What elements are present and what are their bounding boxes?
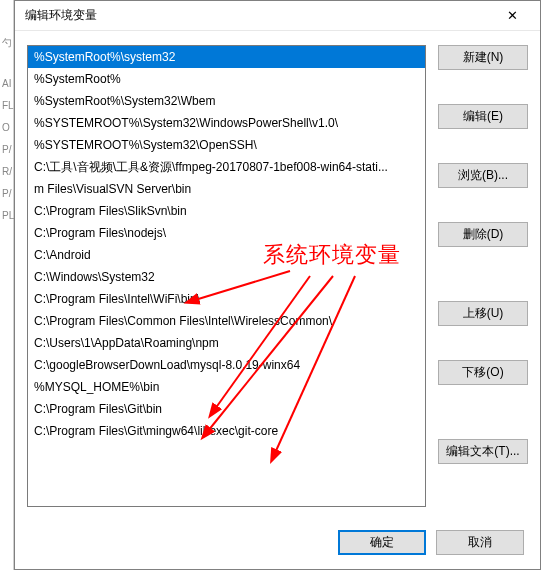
background-window-slice: 勺 AI FL O P/ R/ P/ PL <box>0 0 14 570</box>
delete-button[interactable]: 删除(D) <box>438 222 528 247</box>
path-listbox[interactable]: %SystemRoot%\system32%SystemRoot%%System… <box>27 45 426 507</box>
cancel-button[interactable]: 取消 <box>436 530 524 555</box>
list-item[interactable]: C:\工具\音视频\工具&资源\ffmpeg-20170807-1bef008-… <box>28 156 425 178</box>
edit-env-var-dialog: 编辑环境变量 ✕ %SystemRoot%\system32%SystemRoo… <box>14 0 541 570</box>
move-down-button[interactable]: 下移(O) <box>438 360 528 385</box>
list-item[interactable]: %SystemRoot%\System32\Wbem <box>28 90 425 112</box>
list-item[interactable]: C:\Program Files\nodejs\ <box>28 222 425 244</box>
list-item[interactable]: C:\Program Files\Git\bin <box>28 398 425 420</box>
browse-button[interactable]: 浏览(B)... <box>438 163 528 188</box>
list-item[interactable]: C:\Program Files\SlikSvn\bin <box>28 200 425 222</box>
side-button-column: 新建(N) 编辑(E) 浏览(B)... 删除(D) 上移(U) 下移(O) 编… <box>438 45 528 518</box>
list-item[interactable]: %MYSQL_HOME%\bin <box>28 376 425 398</box>
edit-button[interactable]: 编辑(E) <box>438 104 528 129</box>
list-item[interactable]: C:\Program Files\Common Files\Intel\Wire… <box>28 310 425 332</box>
list-item[interactable]: C:\Windows\System32 <box>28 266 425 288</box>
close-icon: ✕ <box>507 8 518 23</box>
new-button[interactable]: 新建(N) <box>438 45 528 70</box>
list-item[interactable]: C:\Android <box>28 244 425 266</box>
dialog-title: 编辑环境变量 <box>25 7 492 24</box>
list-item[interactable]: m Files\VisualSVN Server\bin <box>28 178 425 200</box>
list-item[interactable]: C:\Program Files\Intel\WiFi\bin\ <box>28 288 425 310</box>
list-item[interactable]: %SYSTEMROOT%\System32\OpenSSH\ <box>28 134 425 156</box>
list-item[interactable]: C:\googleBrowserDownLoad\mysql-8.0.19-wi… <box>28 354 425 376</box>
edit-text-button[interactable]: 编辑文本(T)... <box>438 439 528 464</box>
move-up-button[interactable]: 上移(U) <box>438 301 528 326</box>
list-item[interactable]: %SystemRoot%\system32 <box>28 46 425 68</box>
dialog-footer: 确定 取消 <box>27 518 528 559</box>
list-item[interactable]: %SYSTEMROOT%\System32\WindowsPowerShell\… <box>28 112 425 134</box>
titlebar: 编辑环境变量 ✕ <box>15 1 540 31</box>
ok-button[interactable]: 确定 <box>338 530 426 555</box>
list-item[interactable]: C:\Users\1\AppData\Roaming\npm <box>28 332 425 354</box>
list-item[interactable]: %SystemRoot% <box>28 68 425 90</box>
dialog-client-area: %SystemRoot%\system32%SystemRoot%%System… <box>15 31 540 569</box>
close-button[interactable]: ✕ <box>492 2 532 30</box>
list-item[interactable]: C:\Program Files\Git\mingw64\libexec\git… <box>28 420 425 442</box>
